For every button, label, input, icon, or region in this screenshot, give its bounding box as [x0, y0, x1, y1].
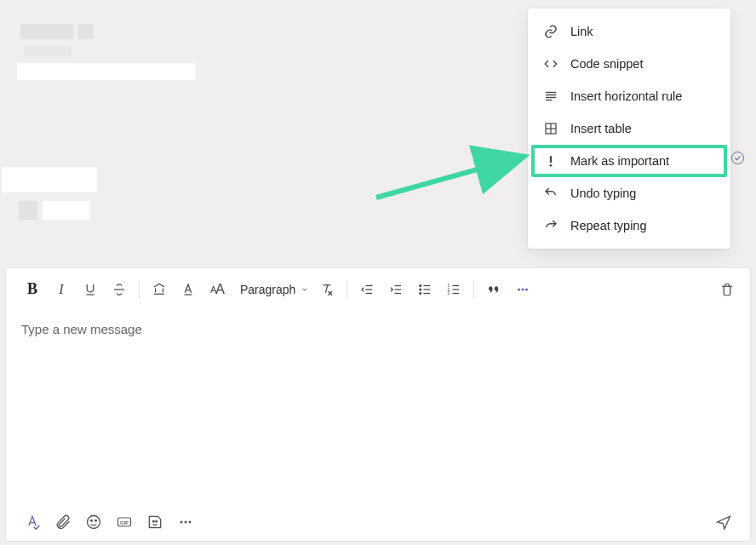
bold-button[interactable]: B: [18, 275, 47, 304]
composer-bottom-bar: GIF: [6, 503, 750, 541]
code-icon: [543, 56, 558, 72]
bg-block: [17, 63, 196, 80]
clear-formatting-button[interactable]: [312, 275, 341, 304]
more-options-button[interactable]: [508, 275, 537, 304]
bullet-list-button[interactable]: [410, 275, 439, 304]
svg-point-37: [522, 288, 524, 290]
menu-item-label: Insert table: [570, 120, 632, 137]
svg-point-8: [550, 164, 553, 167]
menu-item-mark-important[interactable]: Mark as important: [531, 145, 727, 177]
horizontal-rule-icon: [543, 89, 558, 104]
message-input[interactable]: Type a new message: [6, 310, 750, 503]
svg-point-41: [91, 520, 93, 522]
svg-point-46: [156, 520, 158, 522]
svg-point-40: [88, 516, 100, 529]
menu-item-label: Code snippet: [570, 55, 643, 72]
font-size-button[interactable]: AA: [203, 275, 232, 304]
numbered-list-button[interactable]: 123: [439, 275, 468, 304]
outdent-button[interactable]: [352, 275, 381, 304]
svg-line-10: [376, 158, 520, 198]
undo-icon: [543, 186, 558, 201]
sticker-button[interactable]: [140, 508, 169, 536]
menu-item-horizontal-rule[interactable]: Insert horizontal rule: [528, 80, 730, 112]
emoji-button[interactable]: [79, 508, 108, 536]
svg-point-38: [525, 288, 528, 290]
format-button[interactable]: [18, 508, 47, 536]
bg-block: [19, 201, 37, 220]
bg-block: [20, 24, 73, 39]
underline-button[interactable]: [76, 275, 105, 304]
redo-icon: [543, 218, 558, 233]
separator: [473, 280, 474, 299]
menu-item-code-snippet[interactable]: Code snippet: [528, 48, 730, 80]
format-more-menu: Link Code snippet Insert horizontal rule…: [528, 9, 730, 249]
svg-text:3: 3: [448, 291, 450, 295]
svg-point-45: [153, 520, 155, 522]
gif-button[interactable]: GIF: [110, 508, 139, 536]
menu-item-redo[interactable]: Repeat typing: [528, 209, 730, 242]
menu-item-label: Insert horizontal rule: [570, 88, 682, 105]
svg-point-25: [420, 289, 421, 290]
seen-check-icon: [731, 152, 744, 164]
svg-text:GIF: GIF: [120, 520, 129, 525]
separator: [346, 280, 347, 299]
menu-item-label: Link: [570, 23, 593, 40]
indent-button[interactable]: [381, 275, 410, 304]
paragraph-label: Paragraph: [240, 283, 295, 296]
table-icon: [543, 121, 558, 136]
attach-button[interactable]: [49, 508, 77, 536]
svg-point-48: [185, 521, 187, 524]
svg-point-36: [518, 288, 520, 290]
font-color-button[interactable]: [174, 275, 203, 304]
italic-button[interactable]: I: [47, 275, 76, 304]
svg-rect-7: [550, 156, 552, 163]
menu-item-link[interactable]: Link: [528, 15, 730, 48]
menu-item-undo[interactable]: Undo typing: [528, 177, 730, 209]
send-button[interactable]: [709, 508, 738, 536]
important-icon: [543, 153, 558, 169]
svg-point-24: [420, 284, 421, 286]
bg-block: [78, 24, 94, 39]
svg-point-42: [95, 520, 97, 522]
delete-button[interactable]: [713, 275, 742, 304]
bg-block: [24, 46, 72, 56]
bg-block: [43, 201, 90, 220]
svg-point-26: [420, 292, 421, 294]
chevron-down-icon: [301, 285, 309, 294]
menu-item-label: Mark as important: [570, 152, 669, 169]
menu-item-label: Repeat typing: [570, 217, 646, 234]
more-apps-button[interactable]: [171, 508, 200, 536]
menu-item-label: Undo typing: [570, 185, 636, 202]
separator: [139, 280, 140, 299]
bg-block: [2, 167, 97, 192]
quote-button[interactable]: [479, 275, 508, 304]
strikethrough-button[interactable]: [105, 275, 134, 304]
menu-item-insert-table[interactable]: Insert table: [528, 112, 730, 145]
link-icon: [543, 24, 558, 39]
svg-point-49: [189, 521, 192, 524]
paragraph-style-dropdown[interactable]: Paragraph: [232, 283, 312, 296]
message-composer: B I AA Paragraph: [5, 267, 751, 542]
text-highlight-button[interactable]: [145, 275, 174, 304]
format-toolbar: B I AA Paragraph: [6, 267, 750, 310]
annotation-arrow: [371, 145, 533, 204]
svg-point-47: [180, 521, 183, 524]
